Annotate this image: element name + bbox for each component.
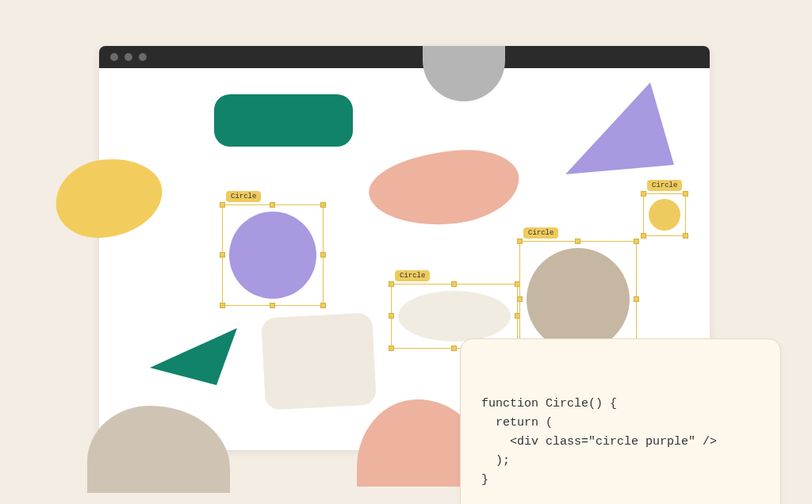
selection-label: Circle	[395, 270, 430, 281]
resize-handle-icon[interactable]	[320, 303, 326, 308]
rectangle-shape-gray[interactable]	[261, 312, 377, 410]
selection-box[interactable]: Circle	[222, 204, 324, 306]
blob-shape-pink[interactable]	[366, 146, 522, 229]
circle-shape-tan[interactable]	[527, 248, 630, 351]
resize-handle-icon[interactable]	[641, 191, 646, 197]
rectangle-shape[interactable]	[214, 94, 353, 147]
triangle-shape-purple[interactable]	[559, 79, 678, 190]
resize-handle-icon[interactable]	[451, 346, 457, 351]
resize-handle-icon[interactable]	[320, 252, 326, 258]
resize-handle-icon[interactable]	[634, 239, 639, 244]
selection-label: Circle	[647, 180, 682, 191]
circle-shape-purple[interactable]	[229, 212, 316, 299]
resize-handle-icon[interactable]	[389, 281, 394, 287]
selection-label: Circle	[226, 191, 261, 202]
svg-marker-1	[150, 328, 237, 385]
minimize-icon[interactable]	[124, 53, 132, 61]
window-titlebar	[99, 46, 710, 68]
close-icon[interactable]	[110, 53, 118, 61]
selection-box[interactable]: Circle	[643, 193, 686, 236]
resize-handle-icon[interactable]	[320, 202, 326, 208]
resize-handle-icon[interactable]	[517, 296, 523, 302]
triangle-shape-green[interactable]	[142, 306, 245, 393]
resize-handle-icon[interactable]	[220, 202, 225, 208]
code-line: }	[481, 471, 760, 490]
resize-handle-icon[interactable]	[220, 252, 225, 258]
ellipse-shape-cream[interactable]	[398, 291, 511, 342]
half-circle-shape[interactable]	[423, 46, 505, 101]
code-line: );	[481, 452, 760, 471]
resize-handle-icon[interactable]	[389, 346, 394, 351]
resize-handle-icon[interactable]	[575, 239, 580, 244]
selection-label: Circle	[523, 227, 558, 239]
resize-handle-icon[interactable]	[517, 239, 523, 244]
svg-marker-0	[565, 82, 674, 174]
resize-handle-icon[interactable]	[641, 233, 646, 239]
resize-handle-icon[interactable]	[220, 303, 225, 308]
blob-shape-tan[interactable]	[87, 406, 230, 493]
code-line: function Circle() {	[481, 395, 760, 414]
resize-handle-icon[interactable]	[683, 233, 688, 239]
blob-shape-yellow[interactable]	[52, 154, 167, 242]
code-line: return (	[481, 414, 760, 433]
resize-handle-icon[interactable]	[683, 191, 688, 197]
resize-handle-icon[interactable]	[634, 296, 639, 302]
code-output-panel: function Circle() {return (<div class="c…	[460, 338, 781, 504]
circle-shape-yellow[interactable]	[649, 199, 680, 231]
resize-handle-icon[interactable]	[451, 281, 457, 287]
resize-handle-icon[interactable]	[270, 202, 275, 208]
resize-handle-icon[interactable]	[270, 303, 275, 308]
code-line: <div class="circle purple" />	[481, 433, 760, 452]
maximize-icon[interactable]	[139, 53, 147, 61]
resize-handle-icon[interactable]	[389, 313, 394, 319]
